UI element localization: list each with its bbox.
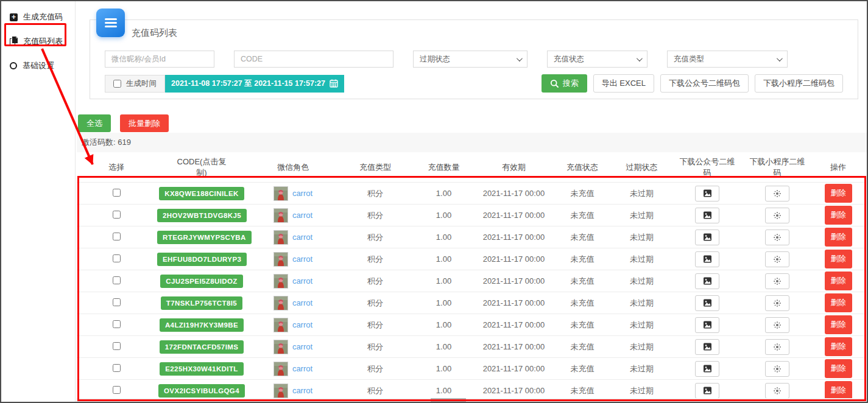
sidebar-item-basic-settings[interactable]: 基础设置 (1, 54, 75, 78)
delete-button[interactable]: 删除 (825, 184, 852, 203)
avatar (273, 384, 288, 398)
download-official-qr-button[interactable] (695, 186, 719, 202)
recharge-status-cell: 未充值 (552, 226, 613, 248)
download-mini-qr-button[interactable] (765, 208, 789, 223)
download-official-qr-button[interactable] (695, 295, 719, 311)
wechat-user-link[interactable]: carrot (292, 342, 312, 351)
col-header-expire-status: 过期状态 (613, 152, 671, 183)
download-official-qr-button[interactable] (695, 273, 719, 289)
delete-button[interactable]: 删除 (825, 337, 852, 356)
delete-button[interactable]: 删除 (825, 206, 852, 225)
row-checkbox[interactable] (113, 233, 121, 240)
image-icon (703, 254, 712, 264)
delete-button[interactable]: 删除 (825, 381, 852, 400)
expire-status-cell: 未过期 (613, 314, 671, 336)
nickname-input[interactable] (105, 51, 214, 68)
sidebar-item-code-list[interactable]: 充值码列表 (1, 29, 75, 54)
download-official-qr-button[interactable] (695, 208, 719, 223)
recharge-type-cell: 积分 (339, 205, 412, 226)
download-mini-qr-button[interactable] (765, 230, 789, 245)
col-header-mini-qr: 下载小程序二维码 (744, 152, 811, 183)
recharge-code-admin-page: { "sidebar": { "items": [ { "label": "生成… (0, 0, 868, 403)
delete-button[interactable]: 删除 (825, 228, 852, 247)
recharge-type-cell: 积分 (339, 270, 412, 292)
batch-delete-button[interactable]: 批量删除 (120, 114, 169, 132)
generate-time-checkbox[interactable] (113, 80, 121, 88)
download-mini-qr-button[interactable] (765, 251, 789, 267)
download-official-qr-button[interactable] (695, 251, 719, 267)
row-checkbox[interactable] (113, 342, 121, 350)
row-checkbox[interactable] (113, 211, 121, 219)
horizontal-scrollbar[interactable] (76, 398, 867, 402)
code-badge[interactable]: EHFUU8DO7LDURYP3 (157, 253, 247, 266)
wechat-user-link[interactable]: carrot (292, 189, 312, 198)
download-mini-qr-button[interactable] (765, 273, 789, 289)
wechat-user-link[interactable]: carrot (292, 386, 312, 395)
code-badge[interactable]: E225HX30W41KDITL (160, 362, 244, 376)
amount-cell: 1.00 (412, 292, 476, 314)
recharge-status-cell: 未充值 (552, 358, 613, 380)
download-mini-qr-button[interactable] (765, 361, 789, 377)
wechat-user-link[interactable]: carrot (292, 233, 312, 242)
plus-square-icon: + (10, 13, 18, 21)
recharge-type-cell: 积分 (339, 226, 412, 248)
recharge-type-cell: 积分 (339, 314, 412, 336)
wechat-user-link[interactable]: carrot (292, 211, 312, 220)
date-range-picker[interactable]: 2021-11-08 17:57:27 至 2021-11-15 17:57:2… (165, 75, 344, 93)
row-checkbox[interactable] (113, 364, 121, 372)
recharge-type-select[interactable]: 充值类型 (667, 51, 788, 68)
download-official-qr-button[interactable] (695, 383, 719, 399)
download-official-qr-button[interactable] (695, 317, 719, 333)
delete-button[interactable]: 删除 (825, 293, 852, 312)
wechat-user-link[interactable]: carrot (292, 254, 312, 264)
download-mini-qr-pack-button[interactable]: 下载小程序二维码包 (755, 74, 843, 93)
code-badge[interactable]: RTEGRJYWMYPSCYBA (157, 231, 252, 244)
wechat-user-link[interactable]: carrot (292, 276, 312, 286)
code-input[interactable] (234, 51, 393, 68)
code-badge[interactable]: CJU2SPEI5Z8UIDOZ (160, 275, 243, 288)
recharge-status-select[interactable]: 充值状态 (547, 51, 647, 68)
row-checkbox[interactable] (113, 189, 121, 197)
code-badge[interactable]: 2HOV2WBT1DVG8KJ5 (157, 209, 247, 222)
download-mini-qr-button[interactable] (765, 317, 789, 333)
row-checkbox[interactable] (113, 254, 121, 262)
sidebar-item-generate-code[interactable]: + 生成充值码 (1, 5, 75, 29)
code-badge[interactable]: KX8QWE188CINILEK (159, 187, 244, 200)
mini-program-qr-icon (773, 277, 782, 286)
download-official-qr-button[interactable] (695, 339, 719, 355)
delete-button[interactable]: 删除 (825, 272, 852, 290)
avatar (273, 274, 288, 289)
mini-program-qr-icon (773, 299, 782, 307)
row-checkbox[interactable] (113, 276, 121, 284)
download-mini-qr-button[interactable] (765, 295, 789, 311)
code-badge[interactable]: A4LZI19H7KY3M9BE (160, 318, 244, 332)
select-all-button[interactable]: 全选 (78, 114, 111, 132)
code-badge[interactable]: 172FDNTACFD57IMS (160, 340, 244, 354)
download-mini-qr-button[interactable] (765, 186, 789, 202)
table-row: E225HX30W41KDITL carrot 积分 1.00 2021-11-… (77, 358, 866, 380)
search-button[interactable]: 搜索 (542, 74, 587, 93)
scrollbar-thumb[interactable] (431, 398, 466, 402)
wechat-user-link[interactable]: carrot (292, 298, 312, 307)
row-checkbox[interactable] (113, 386, 121, 394)
code-badge[interactable]: T7NSKLP756TCT8I5 (161, 296, 242, 310)
delete-button[interactable]: 删除 (825, 250, 852, 268)
delete-button[interactable]: 删除 (825, 359, 852, 378)
delete-button[interactable]: 删除 (825, 315, 852, 334)
wechat-user-link[interactable]: carrot (292, 320, 312, 329)
table-row: 2HOV2WBT1DVG8KJ5 carrot 积分 1.00 2021-11-… (77, 205, 866, 226)
row-checkbox[interactable] (113, 320, 121, 328)
menu-button[interactable] (96, 9, 125, 37)
wechat-user-link[interactable]: carrot (292, 364, 312, 373)
col-header-wechat-role: 微信角色 (247, 152, 339, 183)
expire-status-select[interactable]: 过期状态 (413, 51, 528, 68)
download-official-qr-pack-button[interactable]: 下载公众号二维码包 (660, 74, 749, 93)
row-checkbox[interactable] (113, 298, 121, 306)
download-mini-qr-button[interactable] (765, 339, 789, 355)
export-excel-button[interactable]: 导出 EXCEL (593, 74, 654, 93)
download-official-qr-button[interactable] (695, 361, 719, 377)
code-badge[interactable]: OVX2ICSYIBULGQG4 (158, 384, 245, 398)
download-official-qr-button[interactable] (695, 230, 719, 245)
download-mini-qr-button[interactable] (765, 383, 789, 399)
mini-program-qr-icon (773, 189, 782, 198)
